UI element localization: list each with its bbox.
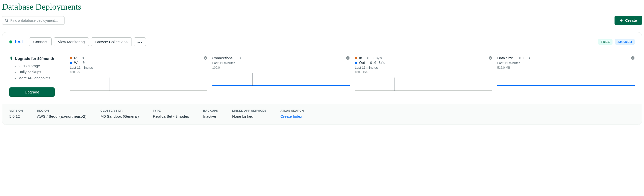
svg-point-0 bbox=[5, 19, 8, 21]
data-size-chart bbox=[497, 70, 635, 86]
r-label: R bbox=[74, 56, 77, 60]
dot-icon bbox=[70, 62, 72, 64]
card-body: Upgrade for $9/month 2 GB storage Daily … bbox=[2, 51, 642, 104]
svg-rect-14 bbox=[490, 58, 491, 59]
chart-line bbox=[497, 85, 635, 86]
upgrade-headline: Upgrade for $9/month bbox=[9, 56, 65, 61]
footer-atlas-search: ATLAS SEARCH Create Index bbox=[280, 109, 304, 118]
metrics-row: R 0 W 0 Last 11 minutes 100.0/s Connecti… bbox=[70, 56, 635, 97]
connections-chart bbox=[212, 70, 350, 86]
last-time: Last 11 minutes bbox=[497, 61, 635, 65]
browse-collections-button[interactable]: Browse Collections bbox=[91, 37, 132, 46]
dot-icon bbox=[355, 62, 357, 64]
create-index-link[interactable]: Create Index bbox=[280, 114, 304, 118]
out-value: 0.0 B/s bbox=[370, 61, 385, 65]
header-right: FREE SHARED bbox=[598, 39, 635, 45]
info-icon[interactable] bbox=[346, 56, 350, 60]
connections-value: 0 bbox=[239, 56, 241, 60]
page-title: Database Deployments bbox=[2, 2, 642, 12]
svg-point-6 bbox=[141, 42, 142, 43]
footer-label: BACKUPS bbox=[203, 109, 218, 112]
info-icon[interactable] bbox=[631, 56, 635, 60]
leaf-icon bbox=[9, 56, 13, 61]
w-value: 0 bbox=[83, 61, 85, 65]
free-tag: FREE bbox=[598, 39, 613, 45]
footer-region: REGION AWS / Seoul (ap-northeast-2) bbox=[37, 109, 86, 118]
svg-point-4 bbox=[138, 42, 139, 43]
search-input[interactable] bbox=[2, 16, 65, 25]
io-chart bbox=[355, 75, 492, 91]
r-value: 0 bbox=[82, 56, 84, 60]
view-monitoring-button[interactable]: View Monitoring bbox=[54, 37, 89, 46]
in-value: 0.0 B/s bbox=[367, 56, 382, 60]
upgrade-panel: Upgrade for $9/month 2 GB storage Daily … bbox=[9, 56, 65, 97]
info-icon[interactable] bbox=[489, 56, 492, 60]
footer-linked: LINKED APP SERVICES None Linked bbox=[232, 109, 266, 118]
axis-label: 512.0 MB bbox=[497, 66, 635, 69]
upgrade-feature: 2 GB storage bbox=[18, 63, 65, 69]
chart-tick bbox=[252, 73, 252, 86]
connections-label: Connections bbox=[212, 56, 233, 60]
footer-type: TYPE Replica Set - 3 nodes bbox=[153, 109, 189, 118]
search-wrap bbox=[2, 16, 65, 25]
dot-icon bbox=[355, 57, 357, 59]
data-size-label: Data Size bbox=[497, 56, 513, 60]
status-dot-icon bbox=[9, 40, 12, 43]
svg-point-15 bbox=[490, 57, 491, 57]
footer-value: M0 Sandbox (General) bbox=[101, 114, 139, 118]
card-footer: VERSION 5.0.12 REGION AWS / Seoul (ap-no… bbox=[2, 104, 642, 125]
svg-point-12 bbox=[348, 57, 348, 57]
svg-point-18 bbox=[633, 57, 633, 57]
axis-label: 100.0 B/s bbox=[355, 70, 492, 74]
connect-button[interactable]: Connect bbox=[29, 37, 52, 46]
upgrade-feature: More API endpoints bbox=[18, 75, 65, 81]
svg-rect-11 bbox=[348, 58, 348, 59]
data-size-value: 0.0 B bbox=[519, 56, 530, 60]
upgrade-feature: Daily backups bbox=[18, 69, 65, 75]
footer-tier: CLUSTER TIER M0 Sandbox (General) bbox=[101, 109, 139, 118]
chart-line bbox=[70, 90, 207, 90]
chart-line bbox=[355, 90, 492, 90]
last-time: Last 11 minutes bbox=[355, 66, 492, 69]
upgrade-headline-text: Upgrade for $9/month bbox=[15, 56, 54, 61]
create-label: Create bbox=[625, 18, 637, 22]
header-left: test Connect View Monitoring Browse Coll… bbox=[9, 37, 146, 46]
footer-value: None Linked bbox=[232, 114, 266, 118]
footer-label: VERSION bbox=[9, 109, 23, 112]
chart-axis bbox=[355, 90, 492, 91]
action-buttons: Connect View Monitoring Browse Collectio… bbox=[29, 37, 146, 46]
last-time: Last 11 minutes bbox=[212, 61, 350, 65]
svg-rect-17 bbox=[633, 58, 633, 59]
dot-icon bbox=[70, 57, 72, 59]
footer-value: Inactive bbox=[203, 114, 218, 118]
deployment-card: test Connect View Monitoring Browse Coll… bbox=[2, 32, 642, 125]
last-time: Last 11 minutes bbox=[70, 66, 207, 69]
footer-value: 5.0.12 bbox=[9, 114, 23, 118]
chart-axis bbox=[212, 86, 350, 86]
footer-label: LINKED APP SERVICES bbox=[232, 109, 266, 112]
svg-point-5 bbox=[139, 42, 140, 43]
upgrade-features: 2 GB storage Daily backups More API endp… bbox=[18, 63, 65, 81]
footer-label: ATLAS SEARCH bbox=[280, 109, 304, 112]
metric-connections: Connections 0 Last 11 minutes 100.0 bbox=[212, 56, 350, 97]
cluster-name-wrap: test bbox=[9, 39, 23, 44]
toolbar: Create bbox=[2, 16, 642, 25]
svg-line-1 bbox=[7, 21, 8, 22]
chart-tick bbox=[110, 78, 110, 91]
footer-value: Replica Set - 3 nodes bbox=[153, 114, 189, 118]
rw-chart bbox=[70, 75, 207, 91]
more-actions-button[interactable] bbox=[134, 37, 146, 46]
svg-point-9 bbox=[205, 57, 206, 57]
info-icon[interactable] bbox=[204, 56, 207, 60]
in-label: In bbox=[359, 56, 362, 60]
axis-label: 100.0/s bbox=[70, 70, 207, 74]
chart-axis bbox=[497, 86, 635, 86]
shared-tag: SHARED bbox=[615, 39, 635, 45]
footer-label: REGION bbox=[37, 109, 86, 112]
create-button[interactable]: Create bbox=[615, 16, 642, 25]
cluster-name-link[interactable]: test bbox=[15, 39, 23, 44]
chart-line bbox=[212, 85, 350, 86]
card-header: test Connect View Monitoring Browse Coll… bbox=[2, 32, 642, 51]
upgrade-button[interactable]: Upgrade bbox=[9, 87, 55, 97]
metric-rw: R 0 W 0 Last 11 minutes 100.0/s bbox=[70, 56, 207, 97]
